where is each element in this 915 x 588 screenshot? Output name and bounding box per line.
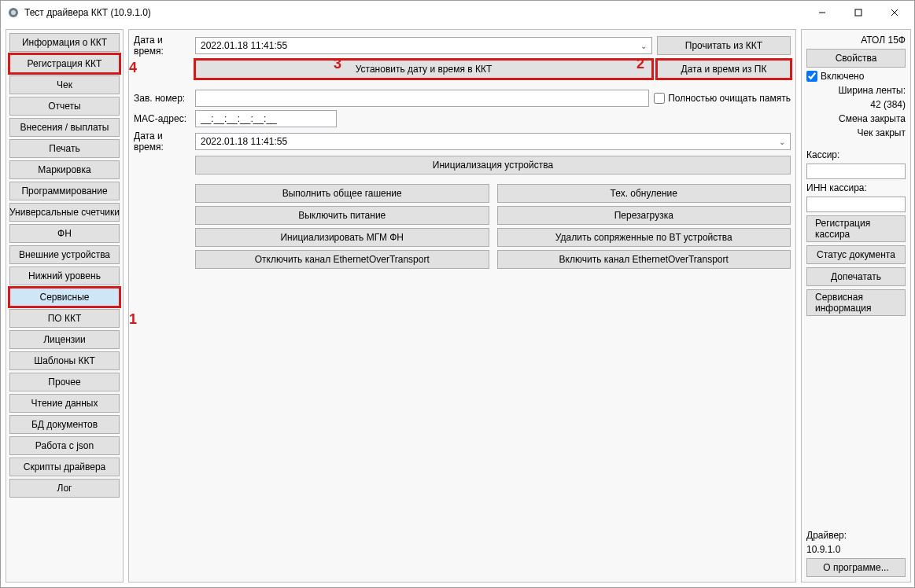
nav-inout[interactable]: Внесения / выплаты <box>9 118 120 137</box>
about-button[interactable]: О программе... <box>806 558 906 577</box>
datetime2-combo[interactable]: 2022.01.18 11:41:55 ⌄ <box>195 133 791 150</box>
window-minimize-button[interactable] <box>804 1 840 24</box>
doprint-button[interactable]: Допечатать <box>806 267 906 286</box>
nav-other[interactable]: Прочее <box>9 373 120 391</box>
app-icon <box>7 6 20 19</box>
driver-version: 10.9.1.0 <box>806 544 906 555</box>
action-grid: Выполнить общее гашение Тех. обнуление В… <box>195 184 791 269</box>
properties-button[interactable]: Свойства <box>806 49 906 68</box>
window: Тест драйвера ККТ (10.9.1.0) Информация … <box>0 0 915 588</box>
init-device-button[interactable]: Инициализация устройства <box>195 156 791 175</box>
nav-scripts[interactable]: Скрипты драйвера <box>9 458 120 476</box>
tape-width-value: 42 (384) <box>806 99 906 110</box>
serial-input[interactable] <box>195 90 649 107</box>
right-sidebar: АТОЛ 15Ф Свойства Включено Ширина ленты:… <box>801 29 911 582</box>
svg-point-1 <box>11 10 16 15</box>
row-datetime-top: Дата и время: 2022.01.18 11:41:55 ⌄ Проч… <box>134 35 791 57</box>
nav-service[interactable]: Сервисные <box>9 288 120 307</box>
enabled-label: Включено <box>821 71 864 82</box>
datetime-from-pc-button[interactable]: Дата и время из ПК <box>657 60 791 79</box>
row-set-dt: Установить дату и время в ККТ Дата и вре… <box>134 60 791 79</box>
cashier-input[interactable] <box>806 164 906 179</box>
cashier-inn-input[interactable] <box>806 197 906 212</box>
nav-universal-counters[interactable]: Универсальные счетчики <box>9 203 120 222</box>
general-clear-button[interactable]: Выполнить общее гашение <box>195 184 489 203</box>
clear-memory-checkbox-wrap[interactable]: Полностью очищать память <box>654 93 791 104</box>
mac-input[interactable] <box>195 110 337 127</box>
window-close-button[interactable] <box>876 1 913 24</box>
datetime-label: Дата и время: <box>134 35 190 57</box>
titlebar: Тест драйвера ККТ (10.9.1.0) <box>1 1 914 24</box>
content-panel: Дата и время: 2022.01.18 11:41:55 ⌄ Проч… <box>128 29 796 582</box>
nav-reports[interactable]: Отчеты <box>9 97 120 116</box>
nav-cheque[interactable]: Чек <box>9 75 120 94</box>
register-cashier-button[interactable]: Регистрация кассира <box>806 215 906 242</box>
chevron-down-icon: ⌄ <box>640 42 647 50</box>
left-nav: Информация о ККТ Регистрация ККТ Чек Отч… <box>6 29 124 582</box>
enable-eot-button[interactable]: Включить канал EthernetOverTransport <box>497 250 791 269</box>
svg-rect-3 <box>855 9 862 16</box>
nav-fn[interactable]: ФН <box>9 224 120 243</box>
init-mgm-fn-button[interactable]: Инициализировать МГМ ФН <box>195 228 489 247</box>
nav-po-kkt[interactable]: ПО ККТ <box>9 309 120 328</box>
cashier-inn-label: ИНН кассира: <box>806 182 906 193</box>
action-grid-wrap: Выполнить общее гашение Тех. обнуление В… <box>134 184 791 269</box>
row-mac: MAC-адрес: <box>134 110 791 127</box>
row-datetime2: Дата и время: 2022.01.18 11:41:55 ⌄ <box>134 130 791 153</box>
nav-programming[interactable]: Программирование <box>9 182 120 200</box>
nav-json[interactable]: Работа с json <box>9 436 120 455</box>
nav-registration[interactable]: Регистрация ККТ <box>9 54 120 73</box>
nav-db-docs[interactable]: БД документов <box>9 415 120 434</box>
reboot-button[interactable]: Перезагрузка <box>497 206 791 225</box>
serial-label: Зав. номер: <box>134 93 190 104</box>
doc-status-button[interactable]: Статус документа <box>806 245 906 264</box>
nav-marking[interactable]: Маркировка <box>9 160 120 179</box>
disable-eot-button[interactable]: Отключить канал EthernetOverTransport <box>195 250 489 269</box>
enabled-checkbox[interactable] <box>806 71 817 82</box>
nav-log[interactable]: Лог <box>9 479 120 498</box>
window-title: Тест драйвера ККТ (10.9.1.0) <box>24 7 151 18</box>
shift-status: Смена закрыта <box>806 113 906 124</box>
nav-info[interactable]: Информация о ККТ <box>9 33 120 52</box>
cheque-status: Чек закрыт <box>806 127 906 138</box>
driver-label: Драйвер: <box>806 530 906 541</box>
window-maximize-button[interactable] <box>840 1 876 24</box>
enabled-checkbox-wrap[interactable]: Включено <box>806 71 906 82</box>
nav-read-data[interactable]: Чтение данных <box>9 394 120 413</box>
clear-memory-checkbox[interactable] <box>654 93 665 104</box>
mac-label: MAC-адрес: <box>134 113 190 124</box>
datetime-combo[interactable]: 2022.01.18 11:41:55 ⌄ <box>195 37 652 54</box>
tape-width-label: Ширина ленты: <box>806 85 906 96</box>
row-serial: Зав. номер: Полностью очищать память <box>134 90 791 107</box>
row-init: Инициализация устройства <box>134 156 791 175</box>
nav-print[interactable]: Печать <box>9 139 120 158</box>
clear-memory-label: Полностью очищать память <box>668 93 791 104</box>
read-from-kkt-button[interactable]: Прочитать из ККТ <box>657 36 791 55</box>
datetime-value: 2022.01.18 11:41:55 <box>201 40 287 51</box>
nav-external-devices[interactable]: Внешние устройства <box>9 245 120 264</box>
tech-reset-button[interactable]: Тех. обнуление <box>497 184 791 203</box>
nav-templates[interactable]: Шаблоны ККТ <box>9 351 120 370</box>
nav-licenses[interactable]: Лицензии <box>9 330 120 349</box>
cashier-label: Кассир: <box>806 149 906 160</box>
device-name: АТОЛ 15Ф <box>806 35 906 46</box>
service-info-button[interactable]: Сервисная информация <box>806 289 906 316</box>
set-datetime-kkt-button[interactable]: Установить дату и время в ККТ <box>195 60 652 79</box>
datetime2-label: Дата и время: <box>134 130 190 153</box>
nav-low-level[interactable]: Нижний уровень <box>9 266 120 285</box>
datetime2-value: 2022.01.18 11:41:55 <box>201 136 287 147</box>
body: Информация о ККТ Регистрация ККТ Чек Отч… <box>1 24 914 587</box>
power-off-button[interactable]: Выключить питание <box>195 206 489 225</box>
chevron-down-icon: ⌄ <box>779 138 785 146</box>
remove-bt-paired-button[interactable]: Удалить сопряженные по BT устройства <box>497 228 791 247</box>
